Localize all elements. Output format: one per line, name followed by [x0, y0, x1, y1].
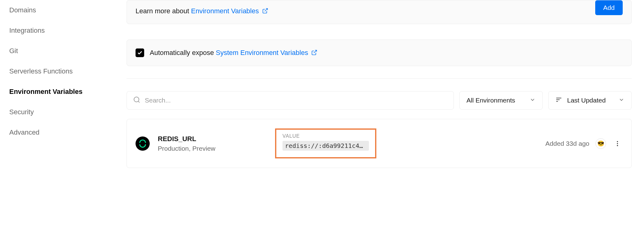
env-vars-docs-link[interactable]: Environment Variables [191, 7, 268, 15]
filter-row: All Environments Last Updated [127, 91, 632, 110]
sort-icon [555, 96, 562, 105]
auto-expose-prefix: Automatically expose [150, 49, 216, 57]
settings-sidebar: Domains Integrations Git Serverless Func… [0, 0, 127, 168]
link-text: Environment Variables [191, 7, 259, 15]
sidebar-item-security[interactable]: Security [9, 102, 127, 122]
learn-more-card: Learn more about Environment Variables A… [127, 0, 632, 24]
add-button[interactable]: Add [595, 0, 623, 15]
learn-more-prefix: Learn more about [136, 7, 191, 15]
divider [127, 78, 632, 79]
environments-select-label: All Environments [466, 97, 515, 104]
main-content: Learn more about Environment Variables A… [127, 0, 644, 168]
search-box[interactable] [127, 91, 454, 110]
var-meta: Added 33d ago 😎 [546, 138, 623, 149]
learn-more-text: Learn more about Environment Variables [136, 7, 268, 15]
sort-select-label: Last Updated [567, 97, 606, 104]
auto-expose-text: Automatically expose System Environment … [150, 49, 317, 57]
svg-line-1 [314, 50, 317, 53]
sidebar-item-serverless-functions[interactable]: Serverless Functions [9, 61, 127, 82]
auto-expose-checkbox[interactable] [136, 48, 144, 57]
search-input[interactable] [145, 97, 447, 104]
avatar: 😎 [596, 138, 606, 149]
upstash-icon [136, 136, 150, 151]
chevron-down-icon [618, 97, 625, 104]
value-highlight: VALUE rediss://:d6a99211c448… [275, 128, 376, 158]
sort-select[interactable]: Last Updated [548, 91, 632, 110]
var-name: REDIS_URL [158, 135, 275, 143]
system-env-vars-link[interactable]: System Environment Variables [216, 49, 317, 57]
external-link-icon [311, 49, 317, 56]
environments-select[interactable]: All Environments [459, 91, 543, 110]
sidebar-item-domains[interactable]: Domains [9, 0, 127, 20]
link-text: System Environment Variables [216, 49, 308, 57]
added-time: Added 33d ago [546, 140, 589, 147]
svg-line-0 [265, 9, 267, 11]
auto-expose-card: Automatically expose System Environment … [127, 40, 632, 66]
svg-point-2 [134, 97, 139, 102]
svg-point-7 [617, 141, 618, 142]
env-var-row[interactable]: REDIS_URL Production, Preview VALUE redi… [127, 119, 632, 168]
svg-line-3 [138, 101, 140, 102]
sidebar-item-integrations[interactable]: Integrations [9, 20, 127, 41]
value-code: rediss://:d6a99211c448… [282, 141, 369, 151]
var-environments: Production, Preview [158, 145, 275, 152]
sidebar-item-advanced[interactable]: Advanced [9, 122, 127, 143]
more-button[interactable] [612, 138, 623, 149]
value-label: VALUE [282, 133, 369, 139]
svg-point-8 [617, 143, 618, 144]
svg-point-9 [617, 145, 618, 146]
chevron-down-icon [529, 97, 536, 104]
search-icon [133, 96, 140, 105]
sidebar-item-git[interactable]: Git [9, 41, 127, 61]
var-info: REDIS_URL Production, Preview [158, 135, 275, 152]
sidebar-item-environment-variables[interactable]: Environment Variables [9, 82, 127, 102]
external-link-icon [262, 8, 268, 14]
